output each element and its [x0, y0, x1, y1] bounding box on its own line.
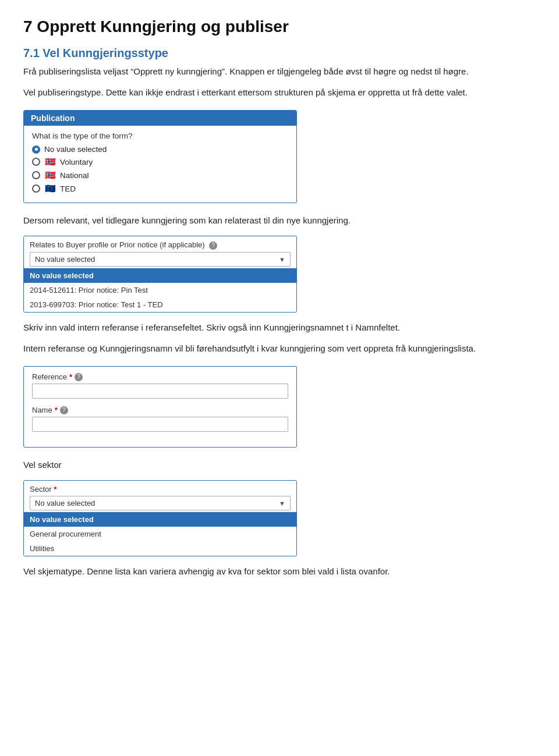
name-label-text: Name: [32, 406, 52, 414]
publication-question: What is the type of the form?: [32, 132, 288, 140]
option-no-value[interactable]: No value selected: [32, 145, 288, 154]
vel-sektor-label: Vel sektor: [23, 458, 536, 472]
relates-dropdown-list: No value selected 2014-512611: Prior not…: [24, 268, 296, 312]
para-intern: Intern referanse og Kunngjeringsnamn vil…: [23, 342, 536, 356]
sector-dropdown-box: Sector * No value selected ▼ No value se…: [23, 480, 297, 556]
relates-help-icon[interactable]: ?: [209, 242, 217, 250]
relates-dropdown-box: Relates to Buyer profile or Prior notice…: [23, 236, 297, 313]
relates-selected-text: No value selected: [35, 255, 95, 264]
sector-label: Sector *: [24, 481, 296, 496]
para-skjematype: Vel skjematype. Denne lista kan variera …: [23, 565, 536, 578]
flag-national: 🇳🇴: [44, 170, 56, 180]
relates-select[interactable]: No value selected ▼: [30, 252, 291, 267]
sector-dropdown-list: No value selected General procurement Ut…: [24, 512, 296, 556]
section1-heading: 7.1 Vel Kunngjeringsstype: [23, 47, 536, 60]
sector-option-utilities[interactable]: Utilities: [24, 541, 296, 556]
sector-select[interactable]: No value selected ▼: [30, 496, 291, 510]
name-input[interactable]: [32, 417, 288, 432]
reference-help-icon[interactable]: ?: [75, 373, 83, 381]
relates-option-1[interactable]: 2014-512611: Prior notice: Pin Test: [24, 283, 296, 297]
radio-ted[interactable]: [32, 184, 40, 193]
section1-para1: Frå publiseringslista veljast “Opprett n…: [23, 65, 536, 79]
radio-voluntary[interactable]: [32, 158, 40, 166]
sector-selected-text: No value selected: [35, 499, 95, 507]
name-label: Name * ?: [32, 406, 288, 414]
reference-label-text: Reference: [32, 372, 67, 381]
option-national[interactable]: 🇳🇴 National: [32, 170, 288, 180]
radio-national[interactable]: [32, 171, 40, 179]
publication-box: Publication What is the type of the form…: [23, 110, 297, 203]
option-ted[interactable]: 🇪🇺 TED: [32, 183, 288, 194]
option-national-label: National: [60, 171, 89, 180]
option-voluntary-label: Voluntary: [60, 158, 93, 166]
section1-para2: Vel publiseringstype. Dette kan ikkje en…: [23, 86, 536, 100]
sector-option-no-value[interactable]: No value selected: [24, 512, 296, 527]
sector-option-general[interactable]: General procurement: [24, 527, 296, 541]
relates-label: Relates to Buyer profile or Prior notice…: [24, 236, 296, 252]
relates-label-text: Relates to Buyer profile or Prior notice…: [30, 240, 205, 249]
option-voluntary[interactable]: 🇳🇴 Voluntary: [32, 157, 288, 167]
relates-option-2[interactable]: 2013-699703: Prior notice: Test 1 - TED: [24, 297, 296, 312]
name-field-group: Name * ?: [32, 406, 288, 432]
reference-name-box: Reference * ? Name * ?: [23, 366, 297, 448]
publication-options: No value selected 🇳🇴 Voluntary 🇳🇴 Nation…: [32, 145, 288, 194]
publication-box-header: Publication: [24, 111, 296, 126]
sector-chevron-icon: ▼: [279, 500, 285, 507]
radio-no-value[interactable]: [32, 145, 40, 154]
reference-field-group: Reference * ?: [32, 372, 288, 399]
option-no-value-label: No value selected: [44, 145, 107, 154]
name-help-icon[interactable]: ?: [60, 406, 68, 414]
page-title: 7 Opprett Kunngjering og publiser: [23, 17, 536, 36]
option-ted-label: TED: [60, 184, 76, 193]
reference-required-star: *: [69, 372, 72, 381]
relates-option-no-value[interactable]: No value selected: [24, 268, 296, 283]
flag-ted: 🇪🇺: [44, 183, 56, 194]
sector-label-text: Sector: [30, 485, 52, 494]
reference-label: Reference * ?: [32, 372, 288, 381]
name-required-star: *: [55, 406, 58, 414]
flag-voluntary: 🇳🇴: [44, 157, 56, 167]
sector-required-star: *: [54, 485, 56, 494]
reference-input[interactable]: [32, 384, 288, 399]
para-reference: Skriv inn vald intern referanse i refera…: [23, 321, 536, 335]
para-relates: Dersom relevant, vel tidlegare kunngjeri…: [23, 214, 536, 228]
chevron-down-icon: ▼: [279, 256, 285, 263]
